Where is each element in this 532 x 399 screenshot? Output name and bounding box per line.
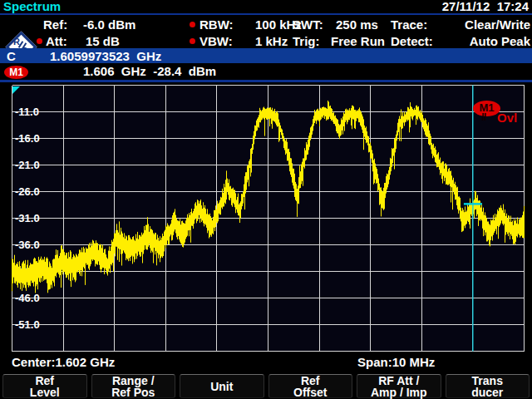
spectrum-plot: -11.0-16.0-21.0-26.0-31.0-36.0-41.0-46.0…	[12, 85, 525, 352]
center-freq-bar: C 1.6059973523 GHz	[0, 48, 532, 63]
rbw-bullet-icon	[190, 22, 195, 27]
svg-text:-16.0: -16.0	[15, 132, 40, 145]
softkey-rf-att-amp-imp[interactable]: RF Att /Amp / Imp	[357, 374, 441, 398]
vbw-value: 1 kHz	[255, 34, 288, 49]
bottom-bar: Center:1.602 GHz Span:10 MHz	[0, 353, 532, 372]
time-label: 17:24	[497, 0, 529, 13]
softkey-ref-offset[interactable]: RefOffset	[268, 374, 353, 398]
spectrum-analyzer-screen: Spectrum 27/11/12 17:24 R S Ref: -6.0 dB…	[0, 0, 532, 399]
svg-text:-26.0: -26.0	[15, 185, 40, 198]
trig-label: Trig:	[293, 34, 320, 49]
swt-label: SWT:	[293, 17, 323, 32]
ref-level-value: -6.0 dBm	[83, 17, 135, 32]
trace-label: Trace:	[391, 17, 427, 32]
c-frequency-value: 1.6059973523 GHz	[50, 49, 161, 63]
m1-badge: M1	[4, 66, 28, 79]
m1-marker-flag: M1 ‖ Ovl	[473, 101, 526, 126]
softkey-range-ref-pos[interactable]: Range /Ref Pos	[91, 374, 176, 398]
settings-header: R S Ref: -6.0 dBm Att: 15 dB RBW: 100 kH…	[0, 15, 532, 48]
trace-corner-indicator-icon	[12, 86, 20, 94]
att-value: 15 dB	[86, 34, 120, 49]
swt-value: 250 ms	[336, 17, 378, 32]
detect-label: Detect:	[391, 34, 433, 49]
vbw-bullet-icon	[190, 38, 195, 44]
overload-indicator: Ovl	[497, 111, 517, 125]
svg-text:-36.0: -36.0	[15, 239, 40, 251]
datetime: 27/11/12 17:24	[442, 0, 529, 13]
svg-text:-51.0: -51.0	[15, 318, 40, 331]
att-label: Att:	[46, 34, 67, 49]
m1-flag-stem-icon: ‖	[481, 111, 485, 123]
softkey-transducer[interactable]: Transducer	[446, 374, 530, 398]
svg-text:-46.0: -46.0	[15, 292, 40, 304]
svg-text:-31.0: -31.0	[15, 212, 40, 224]
vbw-label: VBW:	[200, 34, 233, 49]
softkey-ref-level[interactable]: RefLevel	[2, 374, 87, 398]
softkey-unit[interactable]: Unit	[180, 374, 264, 398]
detect-value: Auto Peak	[470, 34, 530, 49]
ref-level-label: Ref:	[43, 17, 67, 32]
svg-text:-11.0: -11.0	[15, 106, 39, 118]
date-label: 27/11/12	[442, 0, 490, 13]
softkey-bar: RefLevel Range /Ref Pos Unit RefOffset R…	[0, 373, 532, 399]
trig-value: Free Run	[331, 34, 385, 49]
m1-readout: 1.606 GHz -28.4 dBm	[83, 64, 216, 78]
att-bullet-icon	[37, 38, 42, 44]
title-bar: Spectrum 27/11/12 17:24	[0, 0, 532, 13]
center-frequency-readout: Center:1.602 GHz	[12, 355, 115, 369]
plot-top-separator	[0, 80, 532, 82]
span-readout: Span:10 MHz	[357, 355, 435, 369]
c-label: C	[7, 49, 16, 63]
rbw-label: RBW:	[200, 17, 234, 32]
svg-text:-21.0: -21.0	[15, 159, 40, 171]
trace-value: Clear/Write	[465, 17, 530, 32]
marker-readout-row: M1 1.606 GHz -28.4 dBm	[0, 63, 532, 80]
page-title: Spectrum	[3, 0, 61, 13]
